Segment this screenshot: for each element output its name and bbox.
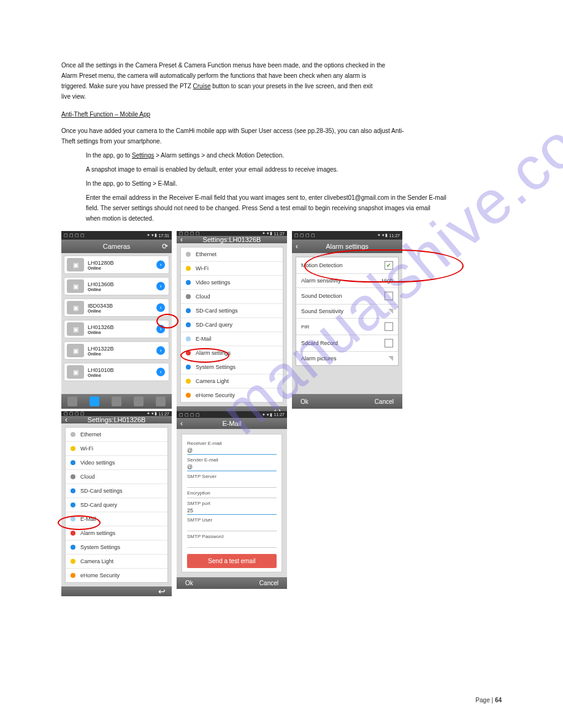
settings-item-alarm[interactable]: Alarm settings — [66, 526, 167, 540]
title-bar: ‹E-Mail — [177, 418, 287, 429]
arrow-icon[interactable]: › — [156, 368, 165, 376]
settings-item-ethernet[interactable]: Ethernet — [66, 428, 167, 442]
settings-item-ethernet[interactable]: Ethernet — [181, 248, 283, 262]
settings-item-wifi[interactable]: Wi-Fi — [181, 262, 283, 276]
screenshot-alarm: ▢ ▢ ▢ ▢✦ ▾ ▮ 11:27 ‹Alarm settings Motio… — [292, 231, 402, 409]
intro-line: Once all the settings in the Camera Pres… — [61, 61, 502, 69]
settings-item-ehome[interactable]: eHome Security — [66, 569, 167, 582]
intro-line: Alarm Preset menu, the camera will autom… — [61, 72, 502, 80]
value-label: High — [381, 278, 393, 284]
camera-row[interactable]: ▣LH01010BOnline› — [64, 363, 169, 381]
field-label: SMTP port — [187, 501, 277, 506]
cancel-button[interactable]: Cancel — [259, 580, 278, 586]
settings-item-system[interactable]: System Settings — [66, 540, 167, 555]
settings-item-light[interactable]: Camera Light — [66, 555, 167, 569]
section-heading: Anti-Theft Function – Mobile App — [61, 111, 150, 118]
checkbox-icon[interactable] — [385, 339, 393, 347]
arrow-icon[interactable]: › — [156, 346, 165, 355]
tab-icon[interactable] — [90, 396, 99, 406]
tab-icon[interactable] — [134, 396, 144, 406]
checkbox-icon[interactable]: ✔ — [385, 261, 393, 270]
cancel-button[interactable]: Cancel — [375, 398, 394, 405]
settings-item-video[interactable]: Video settings — [66, 456, 167, 470]
smtp-user-input[interactable] — [187, 523, 277, 531]
settings-item-sd-query[interactable]: SD-Card query — [181, 318, 283, 332]
status-bar: ▢ ▢ ▢ ▢ ✦ ▾ ▮ 17:31 — [61, 231, 172, 240]
camera-row[interactable]: ▣IBD0343BOnline› — [64, 298, 169, 317]
settings-item-email[interactable]: E-Mail — [181, 332, 283, 346]
settings-item-video[interactable]: Video settings — [181, 276, 283, 290]
checkbox-icon[interactable] — [385, 292, 393, 300]
tab-icon[interactable] — [67, 396, 77, 406]
camera-row[interactable]: ▣LH01322BOnline› — [64, 341, 169, 360]
bottom-bar: ↩ — [61, 586, 172, 596]
refresh-icon[interactable]: ⟳ — [162, 242, 168, 251]
tab-icon[interactable] — [156, 396, 166, 406]
settings-item-sd-query[interactable]: SD-Card query — [66, 498, 167, 512]
arrow-icon[interactable]: › — [156, 325, 165, 333]
back-icon[interactable]: ‹ — [180, 235, 183, 244]
settings-item-cloud[interactable]: Cloud — [181, 290, 283, 304]
page-title: Settings:LH01326B — [88, 416, 146, 423]
alarm-row-pictures[interactable]: Alarm pictures — [296, 352, 398, 365]
settings-item-ehome[interactable]: eHome Security — [181, 389, 283, 402]
doc-intro: Once all the settings in the Camera Pres… — [61, 61, 502, 222]
intro-line: In the app, go to Settings > Alarm setti… — [86, 151, 502, 159]
camera-row[interactable]: ▣LH01280BOnline› — [64, 256, 169, 274]
intro-line: Once you have added your camera to the C… — [61, 127, 502, 135]
arrow-icon[interactable]: › — [156, 303, 165, 312]
alarm-row-sensitivity[interactable]: Alarm sensitivityHigh — [296, 274, 398, 288]
arrow-icon[interactable]: › — [156, 260, 165, 269]
ok-button[interactable]: Ok — [185, 580, 193, 586]
receiver-email-input[interactable]: @ — [187, 446, 277, 455]
settings-item-alarm[interactable]: Alarm settings — [181, 346, 283, 360]
settings-item-system[interactable]: System Settings — [181, 360, 283, 374]
intro-line: In the app, go to Setting > E-Mail. — [86, 180, 502, 188]
back-icon[interactable]: ‹ — [296, 242, 298, 251]
bottom-bar: Ok Cancel — [292, 394, 402, 409]
screenshot-settings: ▢ ▢ ▢ ▢✦ ▾ ▮ 11:27 ‹Settings:LH01326B Et… — [177, 231, 287, 409]
page-title: Settings:LH01326B — [203, 236, 261, 243]
intro-line: field. The server settings should not ne… — [86, 204, 502, 212]
camera-icon: ▣ — [67, 344, 84, 357]
status-bar: ▢ ▢ ▢ ▢✦ ▾ ▮ 11:27 — [177, 231, 287, 236]
intro-line: when motion is detected. — [86, 214, 502, 222]
page-title: Cameras — [103, 243, 131, 250]
ok-button[interactable]: Ok — [301, 398, 308, 405]
title-bar: ‹Settings:LH01326B — [177, 236, 287, 243]
arrow-icon[interactable]: › — [156, 282, 165, 290]
checkbox-icon[interactable] — [385, 322, 393, 331]
settings-item-cloud[interactable]: Cloud — [66, 470, 167, 484]
title-bar: ‹Settings:LH01326B — [61, 416, 172, 423]
alarm-row-sdrecord[interactable]: Sdcard Record — [296, 335, 398, 352]
smtp-server-input[interactable] — [187, 479, 277, 488]
smtp-port-input[interactable]: 25 — [187, 506, 277, 515]
title-bar: Cameras ⟳ — [61, 240, 172, 253]
settings-item-light[interactable]: Camera Light — [181, 374, 283, 389]
title-bar: ‹Alarm settings — [292, 240, 402, 253]
intro-line: Theft settings from your smartphone. — [61, 137, 502, 145]
settings-item-sd-settings[interactable]: SD-Card settings — [66, 484, 167, 498]
field-label: SMTP Password — [187, 534, 277, 539]
alarm-row-sound-sens[interactable]: Sound Sensitivity — [296, 305, 398, 319]
alarm-row-sound[interactable]: Sound Detection — [296, 288, 398, 305]
page-title: Alarm settings — [326, 243, 369, 250]
status-bar: ▢ ▢ ▢ ▢✦ ▾ ▮ 11:27 — [177, 411, 287, 418]
camera-row[interactable]: ▣LH01326BOnline› — [64, 320, 169, 338]
alarm-row-pir[interactable]: PIR — [296, 319, 398, 335]
settings-item-sd-settings[interactable]: SD-Card settings — [181, 304, 283, 318]
settings-item-email[interactable]: E-Mail — [66, 512, 167, 526]
field-label: Encryption — [187, 490, 277, 498]
smtp-password-input[interactable] — [187, 539, 277, 548]
back-icon[interactable]: ↩ — [158, 586, 166, 596]
back-icon[interactable]: ‹ — [180, 419, 183, 428]
alarm-row-motion[interactable]: Motion Detection✔ — [296, 257, 398, 274]
sender-email-input[interactable]: @ — [187, 463, 277, 471]
settings-item-wifi[interactable]: Wi-Fi — [66, 442, 167, 456]
send-test-email-button[interactable]: Send a test email — [187, 554, 277, 568]
camera-row[interactable]: ▣LH01360BOnline› — [64, 277, 169, 295]
field-label: SMTP Server — [187, 474, 277, 479]
page-footer: Page | 64 — [475, 697, 502, 703]
back-icon[interactable]: ‹ — [65, 415, 67, 424]
tab-icon[interactable] — [112, 396, 121, 406]
